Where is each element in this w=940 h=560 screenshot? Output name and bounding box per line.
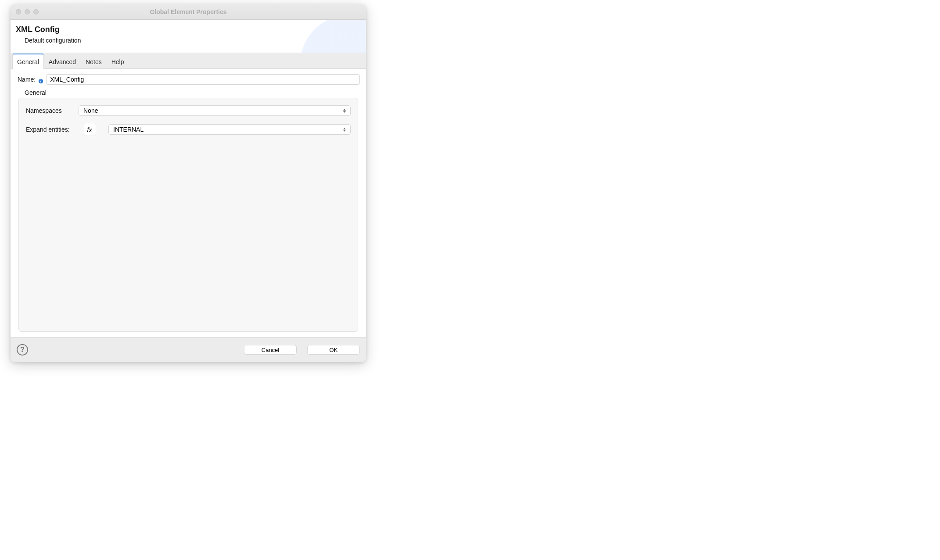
- zoom-window-button[interactable]: [33, 9, 39, 14]
- fx-button[interactable]: fx: [83, 123, 96, 136]
- footer: ? Cancel OK: [11, 337, 366, 362]
- chevron-updown-icon: [342, 127, 347, 132]
- window-title: Global Element Properties: [11, 8, 366, 15]
- svg-point-2: [40, 79, 41, 80]
- dialog-window: Global Element Properties XML Config Def…: [11, 4, 366, 362]
- fx-icon: fx: [87, 126, 92, 133]
- tab-help[interactable]: Help: [107, 54, 129, 69]
- page-title: XML Config: [16, 25, 359, 34]
- ok-button[interactable]: OK: [307, 345, 360, 355]
- name-row: Name:: [18, 74, 360, 85]
- expand-entities-row: Expand entities: fx INTERNAL: [26, 123, 351, 136]
- close-window-button[interactable]: [16, 9, 21, 14]
- section-label-general: General: [25, 89, 362, 96]
- svg-rect-1: [40, 81, 41, 83]
- expand-entities-label: Expand entities:: [26, 126, 83, 133]
- ok-label: OK: [330, 347, 338, 353]
- expand-entities-value: INTERNAL: [113, 126, 144, 133]
- name-input[interactable]: [46, 74, 360, 85]
- namespaces-select[interactable]: None: [79, 105, 351, 116]
- header-strip: XML Config Default configuration: [11, 20, 366, 53]
- general-panel: Namespaces None Expand entities: fx INTE…: [18, 98, 358, 332]
- titlebar: Global Element Properties: [11, 4, 366, 20]
- namespaces-row: Namespaces None: [26, 105, 351, 116]
- name-label: Name:: [18, 76, 36, 83]
- cancel-button[interactable]: Cancel: [244, 345, 297, 355]
- info-icon: [38, 79, 43, 84]
- namespaces-value: None: [83, 107, 98, 114]
- content-area: Name: General Namespaces None Expand ent…: [11, 69, 366, 337]
- cancel-label: Cancel: [262, 347, 279, 353]
- help-icon-glyph: ?: [20, 346, 25, 354]
- minimize-window-button[interactable]: [25, 9, 30, 14]
- tab-bar: General Advanced Notes Help: [11, 53, 366, 69]
- tab-notes[interactable]: Notes: [81, 54, 107, 69]
- expand-entities-select[interactable]: INTERNAL: [108, 124, 351, 135]
- namespaces-label: Namespaces: [26, 107, 79, 114]
- tab-general[interactable]: General: [12, 54, 44, 69]
- tab-advanced[interactable]: Advanced: [44, 54, 81, 69]
- traffic-lights: [16, 9, 39, 14]
- chevron-updown-icon: [342, 108, 347, 113]
- help-button[interactable]: ?: [17, 344, 28, 355]
